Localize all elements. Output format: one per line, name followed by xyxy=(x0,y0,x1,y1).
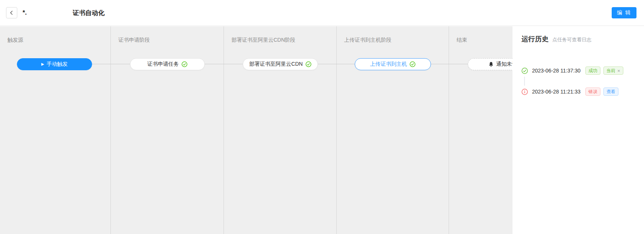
edit-button[interactable]: 编 辑 xyxy=(612,7,636,18)
node-cert-apply-task[interactable]: 证书申请任务 xyxy=(130,58,205,70)
run-timestamp: 2023-06-28 11:21:33 xyxy=(532,89,582,95)
node-manual-trigger[interactable]: ▶ 手动触发 xyxy=(17,58,92,70)
node-label: 上传证书到主机 xyxy=(370,61,407,68)
column-label: 上传证书到主机阶段 xyxy=(337,26,449,44)
timeline-connector xyxy=(524,77,525,86)
check-circle-icon xyxy=(410,61,416,67)
column-cert-apply-stage: 证书申请阶段 xyxy=(111,26,224,234)
column-trigger-source: 触发源 xyxy=(0,26,111,234)
page-header: *. 证书自动化 编 辑 xyxy=(0,0,644,26)
node-label: 部署证书至阿里云CDN xyxy=(249,61,302,68)
history-entry-error[interactable]: 2023-06-28 11:21:33 错误 查看 xyxy=(522,87,618,96)
back-button[interactable] xyxy=(6,7,17,18)
column-label: 部署证书至阿里云CDN阶段 xyxy=(224,26,336,44)
run-history-header: 运行历史 点任务可查看日志 xyxy=(522,35,591,44)
page-title-suffix: 证书自动化 xyxy=(73,9,104,17)
column-label: 触发源 xyxy=(0,26,110,44)
node-upload-host[interactable]: 上传证书到主机 xyxy=(355,58,431,70)
certificate-automation-page: *. 证书自动化 编 辑 触发源 证书申请阶段 部署证书至阿里云CDN阶段 上传… xyxy=(0,0,644,234)
run-history-title: 运行历史 xyxy=(522,35,549,44)
chevron-left-icon xyxy=(9,11,14,15)
check-circle-icon xyxy=(305,61,311,67)
current-run-label: 当前 xyxy=(606,68,615,74)
page-title: *. 证书自动化 xyxy=(23,9,104,17)
header-left: *. 证书自动化 xyxy=(6,7,104,18)
column-deploy-cdn-stage: 部署证书至阿里云CDN阶段 xyxy=(224,26,337,234)
status-tag-error: 错误 xyxy=(585,88,600,96)
run-timestamp: 2023-06-28 11:37:30 xyxy=(532,68,582,74)
error-info-icon xyxy=(522,89,528,95)
node-label: 证书申请任务 xyxy=(147,61,179,68)
page-title-prefix: *. xyxy=(23,9,27,17)
column-label: 证书申请阶段 xyxy=(111,26,224,44)
node-deploy-cdn[interactable]: 部署证书至阿里云CDN xyxy=(243,58,318,70)
success-check-icon xyxy=(522,68,528,74)
play-icon: ▶ xyxy=(41,62,44,66)
bell-icon xyxy=(488,62,494,67)
current-run-tag[interactable]: 当前 × xyxy=(603,66,623,75)
workflow-board: 触发源 证书申请阶段 部署证书至阿里云CDN阶段 上传证书到主机阶段 结束 ▶ … xyxy=(0,26,644,234)
run-history-panel: 运行历史 点任务可查看日志 2023-06-28 11:37:30 成功 当前 … xyxy=(512,26,644,234)
view-log-button[interactable]: 查看 xyxy=(603,88,618,96)
check-circle-icon xyxy=(181,61,187,67)
redacted-domain-text xyxy=(27,9,73,17)
run-history-subtitle: 点任务可查看日志 xyxy=(552,36,591,43)
node-label: 手动触发 xyxy=(47,61,68,68)
status-tag-success: 成功 xyxy=(585,66,600,75)
history-entry-success[interactable]: 2023-06-28 11:37:30 成功 当前 × xyxy=(522,66,623,75)
column-upload-host-stage: 上传证书到主机阶段 xyxy=(337,26,449,234)
close-icon[interactable]: × xyxy=(617,68,620,73)
